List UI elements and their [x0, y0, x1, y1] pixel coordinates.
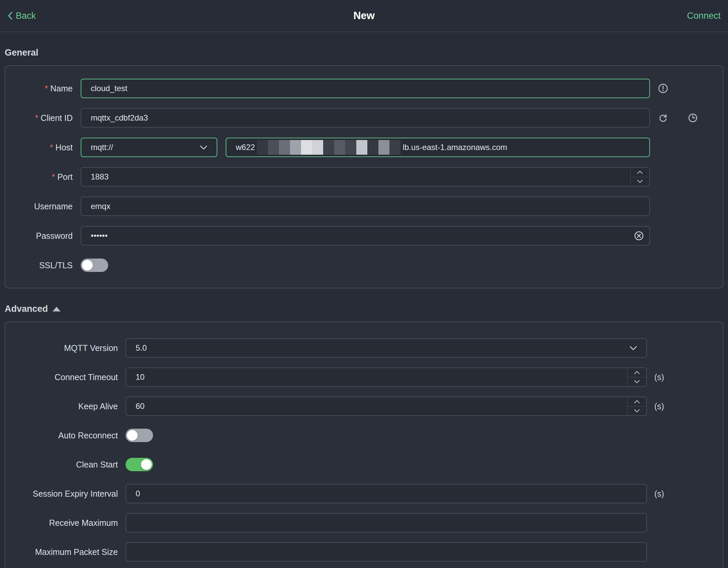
host-value-prefix: w622 [236, 143, 255, 152]
host-protocol-select[interactable]: mqtt:// [81, 138, 217, 157]
toggle-knob [82, 260, 93, 271]
redacted-block [257, 140, 401, 155]
top-bar: Back New Connect [0, 0, 728, 32]
name-input[interactable] [81, 79, 650, 98]
password-row: Password [5, 226, 723, 245]
name-row: *Name [5, 79, 723, 98]
mqtt-version-value: 5.0 [136, 343, 147, 353]
advanced-section-title[interactable]: Advanced [5, 304, 723, 314]
auto-reconnect-row: Auto Reconnect [5, 426, 723, 445]
client-id-row: *Client ID [5, 108, 723, 128]
spinner-up-icon[interactable] [628, 397, 646, 407]
connect-timeout-input[interactable] [126, 367, 647, 387]
keep-alive-input[interactable] [126, 397, 647, 416]
unit-suffix: (s) [654, 372, 664, 382]
back-chevron-icon [7, 11, 13, 20]
spinner-up-icon[interactable] [631, 168, 649, 177]
receive-maximum-label: Receive Maximum [5, 518, 118, 528]
username-input[interactable] [81, 197, 650, 216]
username-label: Username [5, 202, 73, 211]
required-marker: * [52, 172, 55, 182]
port-label: *Port [5, 172, 73, 182]
warning-icon [658, 83, 668, 93]
refresh-icon[interactable] [658, 113, 668, 123]
spinner-down-icon[interactable] [628, 407, 646, 416]
toggle-knob [127, 430, 138, 441]
session-expiry-label: Session Expiry Interval [5, 489, 118, 499]
password-input[interactable] [81, 226, 650, 245]
required-marker: * [45, 84, 48, 93]
chevron-down-icon [200, 145, 207, 150]
mqtt-version-select[interactable]: 5.0 [126, 338, 647, 358]
back-label: Back [16, 11, 36, 21]
clean-start-toggle[interactable] [126, 458, 153, 471]
keep-alive-spinner [627, 397, 646, 415]
auto-reconnect-toggle[interactable] [126, 429, 153, 442]
clear-icon[interactable] [634, 231, 644, 241]
back-button[interactable]: Back [7, 11, 36, 21]
spinner-down-icon[interactable] [628, 377, 646, 386]
connect-timeout-label: Connect Timeout [5, 372, 118, 382]
receive-maximum-input[interactable] [126, 513, 647, 532]
auto-reconnect-label: Auto Reconnect [5, 431, 118, 440]
username-row: Username [5, 197, 723, 216]
client-id-input[interactable] [81, 108, 650, 128]
ssl-toggle[interactable] [81, 259, 108, 272]
keep-alive-label: Keep Alive [5, 402, 118, 411]
host-input[interactable]: w622 lb.us-east-1.amazonaws.com [226, 138, 650, 157]
max-packet-size-row: Maximum Packet Size [5, 542, 723, 562]
receive-maximum-row: Receive Maximum [5, 513, 723, 532]
advanced-section-label: Advanced [5, 304, 48, 314]
client-id-label: *Client ID [5, 113, 73, 123]
chevron-down-icon [630, 346, 637, 350]
required-marker: * [50, 143, 53, 152]
general-card: *Name *Client ID *Host mqtt:/ [5, 65, 723, 288]
ssl-label: SSL/TLS [5, 261, 73, 270]
password-label: Password [5, 231, 73, 241]
connect-timeout-row: Connect Timeout (s) [5, 367, 723, 387]
spinner-down-icon[interactable] [631, 177, 649, 186]
mqtt-version-label: MQTT Version [5, 343, 118, 353]
session-expiry-row: Session Expiry Interval (s) [5, 484, 723, 503]
host-label: *Host [5, 143, 73, 152]
name-label: *Name [5, 84, 73, 93]
history-clock-icon[interactable] [688, 113, 698, 123]
host-value-suffix: lb.us-east-1.amazonaws.com [403, 143, 507, 152]
connect-button[interactable]: Connect [687, 11, 721, 21]
required-marker: * [35, 113, 38, 123]
port-spinner [630, 168, 649, 186]
host-protocol-value: mqtt:// [91, 143, 113, 152]
host-row: *Host mqtt:// w622 lb.us-east-1.amazonaw… [5, 138, 723, 157]
port-row: *Port [5, 167, 723, 187]
collapse-icon[interactable] [53, 307, 61, 311]
connect-timeout-spinner [627, 368, 646, 386]
session-expiry-input[interactable] [126, 484, 647, 503]
keep-alive-row: Keep Alive (s) [5, 397, 723, 416]
port-input[interactable] [81, 167, 650, 187]
max-packet-size-input[interactable] [126, 542, 647, 562]
advanced-card: MQTT Version 5.0 Connect Timeout [5, 322, 723, 568]
clean-start-row: Clean Start [5, 455, 723, 474]
clean-start-label: Clean Start [5, 460, 118, 470]
ssl-row: SSL/TLS [5, 256, 723, 275]
unit-suffix: (s) [654, 402, 664, 411]
spinner-up-icon[interactable] [628, 368, 646, 377]
general-section-title: General [5, 48, 723, 58]
page-title: New [353, 10, 375, 22]
max-packet-size-label: Maximum Packet Size [5, 547, 118, 557]
general-section-label: General [5, 48, 39, 58]
mqtt-version-row: MQTT Version 5.0 [5, 338, 723, 358]
unit-suffix: (s) [654, 489, 664, 499]
toggle-knob [141, 459, 152, 470]
